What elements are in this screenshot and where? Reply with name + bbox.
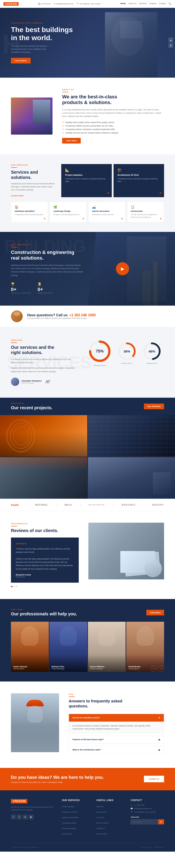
services-learn-more[interactable]: Learn More → <box>11 195 26 197</box>
nav-about[interactable]: About Us <box>128 2 136 5</box>
dot-1[interactable] <box>13 586 15 587</box>
nav-contact[interactable]: Contact <box>159 2 166 5</box>
footer-link-1[interactable]: Architecture Hi-Tech <box>62 809 90 813</box>
review-author-role: Minneapolis <box>16 576 74 578</box>
reviews-section: TESTIMONIALS Reviews of our clients. ★★★… <box>0 511 175 599</box>
reviews-left: TESTIMONIALS Reviews of our clients. ★★★… <box>11 523 79 587</box>
hero-cta-button[interactable]: Learn More <box>11 58 31 63</box>
faq-question-1[interactable]: Features of the best house style? ▶ <box>69 736 164 743</box>
project-1[interactable] <box>88 415 175 457</box>
social-tw-button[interactable]: t <box>17 814 22 819</box>
footer-bottom: © 2024 Credom. All rights reserved. Priv… <box>11 843 164 848</box>
service-card-1: 🏗️ Architecture Hi-Tech Completely harne… <box>114 164 164 197</box>
footer-subscribe-label: Subscribe <box>131 816 164 818</box>
service-bottom-1-title: Landscape design <box>53 210 83 212</box>
footer-privacy-link[interactable]: Privacy Policy <box>140 846 151 848</box>
our-services-label: SERVICES <box>11 339 74 341</box>
team-next-button[interactable]: › <box>158 666 164 672</box>
social-yt-button[interactable]: ▶ <box>29 814 33 819</box>
project-0[interactable] <box>0 415 87 457</box>
checklist-item-4: ✔Globally reinvent top-line markets befo… <box>62 132 164 134</box>
cta-section: Do you have ideas? We are here to help y… <box>0 768 175 790</box>
service-card-1-desc: Completely harness standards compliant l… <box>118 178 160 183</box>
construction-stats: 🏆 0+ Projects Completed 👷 0+ Work employ… <box>11 282 85 294</box>
service-bottom-0-plus[interactable]: + <box>44 217 46 220</box>
nav-services[interactable]: Services <box>139 2 147 5</box>
chart-1: 36% Annual clients <box>117 341 137 364</box>
brand-5: BAKERY <box>152 504 164 506</box>
footer-useful-col: Useful links About Us Our Services Our T… <box>96 799 124 837</box>
service-bottom-1-plus[interactable]: + <box>82 217 84 220</box>
hero-section: H CONSTRUCTION COMPANY The best building… <box>0 8 175 78</box>
review-dots <box>11 586 79 587</box>
phone1: 📞 0 700 00 00 <box>38 3 50 5</box>
faq-item-0: How do we calculate a price? ▼ Our prici… <box>69 714 164 734</box>
projects-label: PORTFOLIO <box>11 402 52 404</box>
faq-person-img <box>11 693 59 752</box>
footer-link-3[interactable]: Landscape design <box>62 820 90 825</box>
faq-chevron-2: ▶ <box>158 749 160 751</box>
service-bottom-0-desc: Completely harness leadership skills. <box>15 213 44 216</box>
faq-answer-0: Our pricing is based on project complexi… <box>69 722 164 733</box>
nav-home[interactable]: Home <box>120 2 126 5</box>
construction-desc: Rapidiously brand client-focused channel… <box>11 264 85 277</box>
service-card-1-plus[interactable]: + <box>159 191 161 195</box>
charts-container: 75% Starting Project 36% Annual clients <box>85 339 164 367</box>
service-bottom-3-plus[interactable]: + <box>160 217 162 220</box>
stat-1: 👷 0+ Work employed <box>38 282 53 294</box>
team-member-2-name: Emma Williams <box>90 665 124 668</box>
services-header: OUR SERVICES Services and solutions. Rap… <box>11 164 164 197</box>
brand-1: natural <box>35 503 48 506</box>
project-2[interactable] <box>0 457 87 499</box>
products-checklist: ✔Rapidly share quality niches instead th… <box>62 121 164 134</box>
project-3[interactable] <box>88 457 175 499</box>
hero-prev-button[interactable]: ▲ <box>169 38 173 42</box>
footer-useful-link-3[interactable]: Recent Projects <box>96 820 124 825</box>
navbar-logo: CREDOM <box>3 2 19 6</box>
footer-social: f t in ▶ <box>11 814 55 819</box>
footer-useful-link-1[interactable]: Our Services <box>96 809 124 813</box>
footer-contact-col: Contact 📞+1 700 00 00 📧info@yourdomain.c… <box>131 799 164 837</box>
dot-0[interactable] <box>11 586 12 587</box>
footer-top: CREDOM We are the most important archite… <box>11 799 164 837</box>
footer-useful-link-5[interactable]: Privacy Policy <box>96 831 124 835</box>
faq-question-2[interactable]: What is the architecture style? ▶ <box>69 746 164 754</box>
nav-projects[interactable]: Projects <box>149 2 156 5</box>
footer-link-0[interactable]: Project adoption <box>62 804 90 808</box>
contact-banner-sub: Our specialists are ready to answer your… <box>27 317 164 319</box>
professionals-label: OUR TEAM <box>11 609 77 611</box>
address: 📍 Your Address, City, Country <box>77 3 100 5</box>
service-card-0-plus[interactable]: + <box>107 191 109 195</box>
service-bottom-1: 🌿 Landscape design All types of landscap… <box>50 202 86 222</box>
footer-link-5[interactable]: General plan <box>62 831 90 835</box>
construction-title: Construction & engineering real solution… <box>11 250 85 261</box>
hero-next-button[interactable]: ▼ <box>169 43 173 48</box>
footer-subscribe-button[interactable]: ▶ <box>158 819 164 825</box>
our-services-left: SERVICES Our services and the right solu… <box>11 339 74 386</box>
dot-2[interactable] <box>16 586 17 587</box>
footer-link-2[interactable]: Individual calculation <box>62 815 90 819</box>
faq-question-0[interactable]: How do we calculate a price? ▼ <box>69 714 164 722</box>
social-in-button[interactable]: in <box>23 814 28 819</box>
faq-right: FAQ Answers to frequently asked question… <box>69 693 164 756</box>
search-icon[interactable]: 🔍 <box>169 2 172 5</box>
footer-useful-link-4[interactable]: Contact Us <box>96 826 124 830</box>
contact-phone: +1 302 246 1000 <box>69 313 96 317</box>
footer-useful-link-0[interactable]: About Us <box>96 804 124 808</box>
service-bottom-2-plus[interactable]: + <box>121 217 123 220</box>
footer-useful-link-2[interactable]: Our Team <box>96 815 124 819</box>
footer-terms-link[interactable]: Terms of Use <box>154 846 164 848</box>
review-text: "I'd like to note the high professionali… <box>16 547 74 571</box>
cta-button[interactable]: Contact Us <box>144 776 164 782</box>
team-member-2-role: Interior Designer <box>90 668 124 670</box>
products-cta-button[interactable]: Learn More <box>62 138 81 144</box>
professionals-learn-more-button[interactable]: Learn More <box>146 610 164 615</box>
footer-email-input[interactable] <box>131 819 158 825</box>
projects-see-all-button[interactable]: See All Works <box>144 404 164 409</box>
email: 📧 info@yourdomain.com <box>53 3 74 5</box>
footer-link-4[interactable]: Interior decoration <box>62 826 90 830</box>
social-fb-button[interactable]: f <box>11 814 16 819</box>
our-services-title: Our services and the right solutions. <box>11 345 74 355</box>
services-section: OUR SERVICES Services and solutions. Rap… <box>0 154 175 232</box>
team-prev-button[interactable]: ‹ <box>151 666 157 672</box>
